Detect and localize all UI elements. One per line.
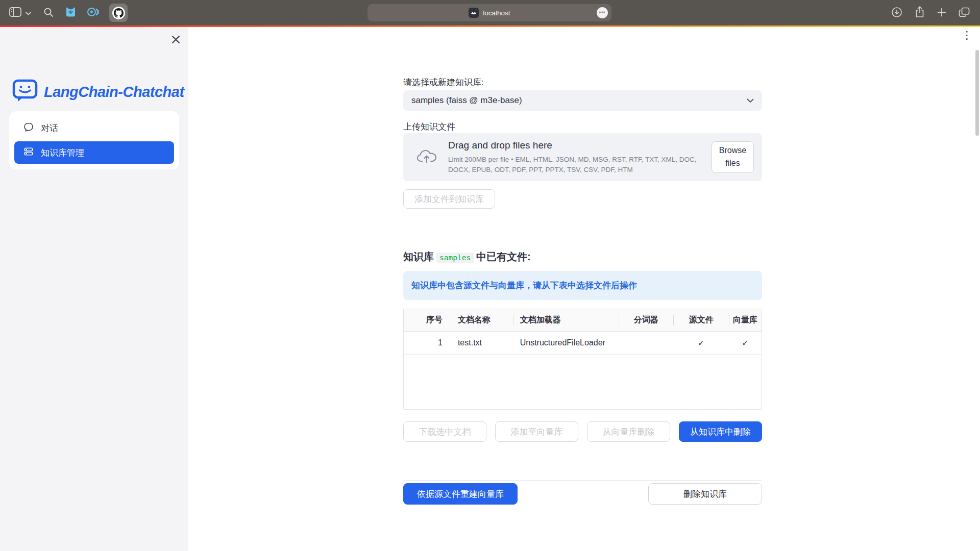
chatchat-logo-icon xyxy=(12,79,38,105)
rings-extension-button[interactable] xyxy=(87,6,99,19)
share-icon xyxy=(915,6,925,19)
chevron-down-icon xyxy=(26,9,31,17)
col-header-doc-loader: 文档加载器 xyxy=(513,309,619,331)
sidebar-toggle-button[interactable] xyxy=(9,7,21,18)
close-icon xyxy=(172,38,180,45)
database-icon xyxy=(23,146,34,159)
cell-source-file-check: ✓ xyxy=(673,332,729,354)
cell-index: 1 xyxy=(404,332,451,354)
heading-suffix: 中已有文件: xyxy=(476,251,531,262)
sidebar-toggle-chevron-button[interactable] xyxy=(26,9,31,17)
cloud-upload-icon xyxy=(416,148,437,166)
scrollbar-thumb[interactable] xyxy=(975,50,979,136)
download-icon xyxy=(891,7,902,19)
cell-vector-store-check: ✓ xyxy=(729,332,762,354)
col-header-splitter: 分词器 xyxy=(619,309,673,331)
table-row[interactable]: 1 test.txt UnstructuredFileLoader ✓ ✓ xyxy=(404,332,762,355)
sidebar-close-button[interactable] xyxy=(172,35,180,45)
sidebar: LangChain-Chatchat 对话 知识库管理 xyxy=(0,27,188,551)
table-header-row: 序号 文档名称 文档加载器 分词器 源文件 向量库 xyxy=(404,309,762,332)
plus-icon xyxy=(937,8,946,18)
col-header-doc-name: 文档名称 xyxy=(451,309,513,331)
share-button[interactable] xyxy=(915,6,925,19)
sidebar-item-label: 对话 xyxy=(41,122,58,134)
file-action-buttons: 下载选中文档 添加至向量库 从向量库删除 从知识库中删除 xyxy=(403,421,762,442)
delete-from-vector-store-button[interactable]: 从向量库删除 xyxy=(587,421,670,442)
search-button[interactable] xyxy=(43,7,54,19)
kb-action-buttons: 依据源文件重建向量库 删除知识库 xyxy=(403,483,762,505)
delete-kb-button[interactable]: 删除知识库 xyxy=(648,483,762,505)
kebab-icon: ⋮ xyxy=(962,29,972,41)
existing-files-heading: 知识库samples中已有文件: xyxy=(403,250,531,264)
tab-overview-button[interactable] xyxy=(959,7,970,19)
kb-select-value: samples (faiss @ m3e-base) xyxy=(411,95,747,106)
cat-extension-button[interactable] xyxy=(65,6,77,19)
sidebar-item-dialogue[interactable]: 对话 xyxy=(14,117,174,139)
dropzone-hint: Limit 200MB per file • EML, HTML, JSON, … xyxy=(448,155,712,174)
divider xyxy=(403,480,762,481)
browse-files-button[interactable]: Browse files xyxy=(712,141,754,173)
rings-extension-icon xyxy=(87,6,99,19)
app-menu-button[interactable]: ⋮ xyxy=(962,30,972,40)
rebuild-vector-store-button[interactable]: 依据源文件重建向量库 xyxy=(403,483,518,505)
info-banner-text: 知识库中包含源文件与向量库，请从下表中选择文件后操作 xyxy=(411,280,637,291)
col-header-index: 序号 xyxy=(404,309,451,331)
cell-doc-loader: UnstructuredFileLoader xyxy=(513,332,619,354)
add-files-to-kb-button[interactable]: 添加文件到知识库 xyxy=(403,189,495,209)
cat-extension-icon xyxy=(65,6,77,19)
col-header-vector-store: 向量库 xyxy=(729,309,762,331)
cell-doc-name: test.txt xyxy=(451,332,513,354)
app-logo-text: LangChain-Chatchat xyxy=(44,84,184,101)
main-content: 请选择或新建知识库: samples (faiss @ m3e-base) 上传… xyxy=(403,0,762,551)
downloads-button[interactable] xyxy=(891,7,902,19)
col-header-source-file: 源文件 xyxy=(673,309,729,331)
info-banner: 知识库中包含源文件与向量库，请从下表中选择文件后操作 xyxy=(403,271,762,300)
app-logo: LangChain-Chatchat xyxy=(12,79,184,105)
divider xyxy=(403,236,762,236)
cell-splitter xyxy=(619,332,673,354)
sidebar-toggle-icon xyxy=(9,7,21,18)
dropzone-text: Drag and drop files here Limit 200MB per… xyxy=(448,140,712,174)
sidebar-item-label: 知识库管理 xyxy=(41,147,84,159)
kb-select-label: 请选择或新建知识库: xyxy=(403,77,484,88)
tab-overview-icon xyxy=(959,7,970,19)
upload-label: 上传知识文件 xyxy=(403,121,455,133)
github-extension-button[interactable] xyxy=(109,4,128,22)
kb-select[interactable]: samples (faiss @ m3e-base) xyxy=(403,90,762,111)
sidebar-item-knowledge-base[interactable]: 知识库管理 xyxy=(14,141,174,164)
chevron-down-icon xyxy=(747,96,754,105)
download-selected-button[interactable]: 下载选中文档 xyxy=(403,421,486,442)
delete-from-kb-button[interactable]: 从知识库中删除 xyxy=(679,421,762,442)
file-dropzone[interactable]: Drag and drop files here Limit 200MB per… xyxy=(403,133,762,181)
files-table: 序号 文档名称 文档加载器 分词器 源文件 向量库 1 test.txt Uns… xyxy=(403,309,762,410)
add-to-vector-store-button[interactable]: 添加至向量库 xyxy=(495,421,578,442)
sidebar-menu: 对话 知识库管理 xyxy=(9,111,179,169)
chat-bubble-icon xyxy=(23,122,34,135)
search-icon xyxy=(43,7,54,19)
github-extension-highlight xyxy=(109,4,128,22)
new-tab-button[interactable] xyxy=(937,8,946,18)
heading-prefix: 知识库 xyxy=(403,251,434,262)
kb-name-code: samples xyxy=(436,253,474,263)
dropzone-title: Drag and drop files here xyxy=(448,140,712,151)
github-icon xyxy=(112,7,125,19)
